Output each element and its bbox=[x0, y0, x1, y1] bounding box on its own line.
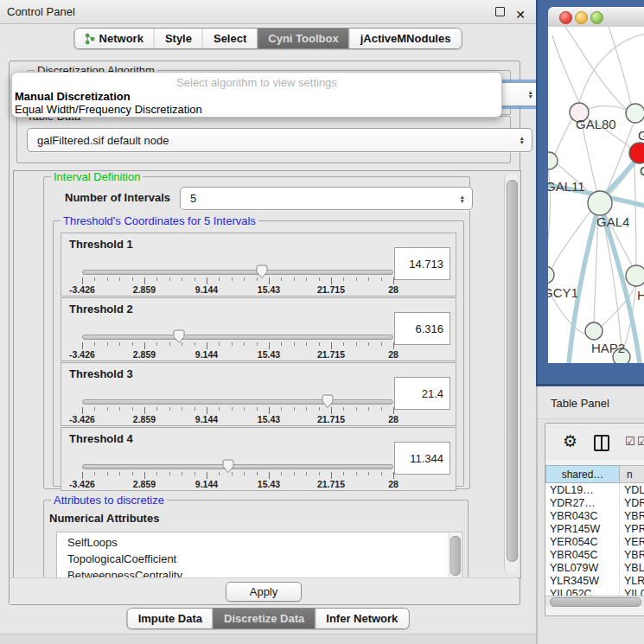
table-data-value: galFiltered.sif default node bbox=[37, 134, 169, 147]
tick-label: 28 bbox=[388, 349, 399, 360]
threshold-value-field[interactable]: 21.4 bbox=[394, 377, 450, 410]
cell-name[interactable]: YDL1 bbox=[620, 483, 644, 496]
table-header-row: shared… n bbox=[545, 465, 644, 483]
cell-name[interactable]: YBL0 bbox=[620, 561, 644, 574]
cell-shared-name[interactable]: YBR045C bbox=[545, 548, 620, 561]
numerical-attributes-label: Numerical Attributes bbox=[49, 512, 159, 525]
tab-impute-data[interactable]: Impute Data bbox=[128, 609, 213, 628]
gear-icon[interactable]: ⚙ bbox=[563, 431, 577, 451]
cell-shared-name[interactable]: YDR27… bbox=[545, 496, 620, 509]
table-data-combobox[interactable]: galFiltered.sif default node ▲▼ bbox=[27, 128, 532, 152]
tab-discretize-data[interactable]: Discretize Data bbox=[213, 609, 315, 628]
table-row[interactable]: YBR045CYBR0 bbox=[545, 548, 644, 561]
tick-label: 15.43 bbox=[258, 349, 280, 360]
table-rows: YDL19…YDL1YDR27…YDR2YBR043CYBR0YPR145WYP… bbox=[545, 483, 644, 600]
threshold-value-field[interactable]: 11.344 bbox=[394, 442, 450, 475]
tab-label: Network bbox=[99, 32, 143, 45]
column-header-shared-name[interactable]: shared… bbox=[545, 465, 619, 483]
cell-name[interactable]: YPR1 bbox=[620, 522, 644, 535]
table-row[interactable]: YPR145WYPR1 bbox=[545, 522, 644, 535]
number-of-intervals-combobox[interactable]: 5 ▲▼ bbox=[180, 187, 473, 210]
network-tab-icon bbox=[86, 33, 95, 45]
threshold-value-field[interactable]: 6.316 bbox=[394, 312, 450, 345]
number-of-intervals-value: 5 bbox=[190, 192, 196, 205]
tab-infer-network[interactable]: Infer Network bbox=[315, 609, 408, 628]
float-window-icon[interactable] bbox=[495, 7, 505, 16]
scrollbar-thumb[interactable] bbox=[450, 536, 461, 576]
split-columns-icon[interactable] bbox=[594, 435, 609, 451]
network-node[interactable] bbox=[548, 266, 554, 284]
table-row[interactable]: YDR27…YDR2 bbox=[545, 496, 644, 509]
minimize-traffic-light-icon[interactable] bbox=[575, 11, 588, 24]
cell-shared-name[interactable]: YER054C bbox=[545, 535, 620, 548]
numerical-attributes-list[interactable]: SelfLoopsTopologicalCoefficientBetweenne… bbox=[56, 532, 462, 578]
tab-label: Style bbox=[165, 32, 192, 45]
dropdown-option-manual[interactable]: Manual Discretization bbox=[15, 90, 131, 103]
network-canvas[interactable]: GAL80GCGAL11GAL4GCY1HHAP2 bbox=[548, 27, 644, 363]
cell-name[interactable]: YLR3 bbox=[620, 574, 644, 587]
algorithm-dropdown-popup: Select algorithm to view settings Manual… bbox=[11, 72, 502, 118]
close-icon[interactable]: ✕ bbox=[515, 3, 526, 27]
scrollbar-thumb[interactable] bbox=[507, 180, 518, 562]
table-row[interactable]: YBL079WYBL0 bbox=[545, 561, 644, 574]
network-node[interactable] bbox=[548, 152, 558, 169]
table-toolbar: ⚙ ☑ ☑ bbox=[545, 424, 644, 460]
cell-shared-name[interactable]: YDL19… bbox=[545, 483, 620, 496]
network-node[interactable] bbox=[626, 265, 644, 286]
tab-cyni-toolbox[interactable]: Cyni Toolbox bbox=[257, 29, 348, 48]
threshold-box: Threshold 1 -3.4262.8599.14415.4321.7152… bbox=[61, 233, 456, 296]
tick-label: 21.715 bbox=[317, 284, 345, 295]
table-panel-header: Table Panel bbox=[538, 389, 644, 419]
table-row[interactable]: YDL19…YDL1 bbox=[545, 483, 644, 496]
threshold-label: Threshold 1 bbox=[69, 238, 133, 251]
attribute-list-item[interactable]: TopologicalCoefficient bbox=[67, 551, 462, 567]
table-horizontal-scrollbar[interactable] bbox=[545, 596, 644, 607]
table-panel: Table Panel ⚙ ☑ ☑ shared… n YDL19…YDL1YD… bbox=[536, 386, 644, 644]
attribute-list-item[interactable]: SelfLoops bbox=[67, 534, 462, 551]
threshold-value-field[interactable]: 14.713 bbox=[394, 247, 450, 280]
table-row[interactable]: YBR043CYBR0 bbox=[545, 509, 644, 522]
checkbox-icon[interactable]: ☑ bbox=[625, 435, 635, 448]
slider-tick-labels: -3.4262.8599.14415.4321.71528 bbox=[82, 284, 393, 295]
checkbox-icon[interactable]: ☑ bbox=[637, 435, 644, 448]
tab-select[interactable]: Select bbox=[202, 29, 257, 48]
network-node-label: GAL4 bbox=[596, 214, 629, 229]
tab-network[interactable]: Network bbox=[75, 29, 154, 48]
table-row[interactable]: YER054CYER0 bbox=[545, 535, 644, 548]
settings-vertical-scrollbar[interactable] bbox=[504, 173, 518, 574]
control-panel-titlebar: Control Panel ✕ bbox=[0, 0, 536, 24]
threshold-box: Threshold 4 -3.4262.8599.14415.4321.7152… bbox=[61, 427, 456, 491]
network-node[interactable] bbox=[626, 104, 644, 123]
cell-shared-name[interactable]: YBR043C bbox=[545, 509, 620, 522]
tick-label: 2.859 bbox=[133, 284, 156, 295]
cell-shared-name[interactable]: YLR345W bbox=[545, 574, 620, 587]
attributes-scrollbar[interactable] bbox=[449, 533, 461, 578]
zoom-traffic-light-icon[interactable] bbox=[590, 11, 603, 24]
cell-shared-name[interactable]: YBL079W bbox=[545, 561, 620, 574]
dropdown-option-equal-width[interactable]: Equal Width/Frequency Discretization bbox=[15, 103, 202, 116]
control-panel: Control Panel ✕ Network Style Select Cyn… bbox=[0, 0, 537, 644]
tick-label: 15.43 bbox=[258, 284, 280, 295]
tab-style[interactable]: Style bbox=[154, 29, 202, 48]
cell-shared-name[interactable]: YPR145W bbox=[545, 522, 620, 535]
attributes-group: Attributes to discretize Numerical Attri… bbox=[43, 500, 469, 578]
apply-button[interactable]: Apply bbox=[226, 582, 302, 602]
group-title: Interval Definition bbox=[51, 170, 143, 183]
tick-label: 28 bbox=[388, 414, 399, 424]
cell-name[interactable]: YER0 bbox=[620, 535, 644, 548]
network-window-titlebar[interactable] bbox=[548, 7, 644, 28]
column-header-name[interactable]: n bbox=[619, 465, 644, 483]
tick-label: 9.144 bbox=[195, 414, 218, 424]
cell-name[interactable]: YDR2 bbox=[620, 496, 644, 509]
network-node[interactable] bbox=[588, 191, 612, 215]
cell-name[interactable]: YBR0 bbox=[620, 509, 644, 522]
close-traffic-light-icon[interactable] bbox=[559, 11, 572, 24]
network-node[interactable] bbox=[585, 322, 603, 340]
scrollbar-thumb[interactable] bbox=[550, 597, 641, 607]
network-nodes bbox=[548, 103, 644, 363]
table-row[interactable]: YLR345WYLR3 bbox=[545, 574, 644, 587]
tab-jactivemnodules[interactable]: jActiveMNodules bbox=[349, 29, 462, 48]
network-node-label: H bbox=[637, 288, 644, 303]
cell-name[interactable]: YBR0 bbox=[620, 548, 644, 561]
network-node[interactable] bbox=[629, 143, 644, 163]
